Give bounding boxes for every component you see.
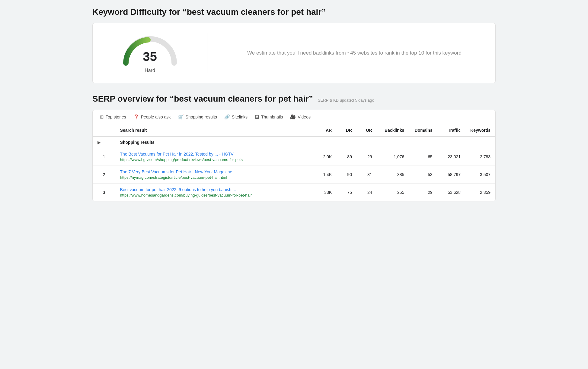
col-header-num [93,124,115,137]
col-header-ar: AR [317,124,337,137]
kd-title: Keyword Difficulty for “best vacuum clea… [92,7,496,17]
feature-label-videos: Videos [298,115,311,119]
result-link-3[interactable]: Best vacuum for pet hair 2022: 9 options… [120,187,312,192]
result-backlinks-1: 1,076 [377,148,409,166]
sitelinks-icon: 🔗 [224,114,230,120]
shopping-results-row[interactable]: ▶ Shopping results [93,137,495,148]
serp-table: Search result AR DR UR Backlinks Domains… [93,124,495,201]
result-dr-3: 75 [337,184,357,201]
kd-gauge-section: 35 Hard [105,33,207,73]
result-num-1: 1 [93,148,115,166]
feature-people-also-ask[interactable]: ❓ People also ask [133,114,171,120]
col-header-domains: Domains [409,124,437,137]
result-domains-2: 53 [409,166,437,184]
result-num-3: 3 [93,184,115,201]
result-keywords-1: 2,783 [465,148,495,166]
table-row: 2 The 7 Very Best Vacuums for Pet Hair -… [93,166,495,184]
result-ur-3: 24 [357,184,377,201]
kd-card: 35 Hard We estimate that you’ll need bac… [92,23,496,83]
result-url-3: https://www.homesandgardens.com/buying-g… [120,193,252,197]
table-row: 1 The Best Vacuums for Pet Hair in 2022,… [93,148,495,166]
feature-top-stories[interactable]: ⊞ Top stories [100,114,126,120]
kd-label: Hard [145,68,155,73]
table-row: 3 Best vacuum for pet hair 2022: 9 optio… [93,184,495,201]
feature-label-shopping-results: Shopping results [186,115,217,119]
col-header-dr: DR [337,124,357,137]
feature-label-top-stories: Top stories [106,115,126,119]
result-url-2: https://nymag.com/strategist/article/bes… [120,175,227,180]
result-traffic-1: 23,021 [437,148,465,166]
feature-shopping-results[interactable]: 🛒 Shopping results [178,114,217,120]
result-keywords-3: 2,359 [465,184,495,201]
result-backlinks-2: 385 [377,166,409,184]
result-domains-1: 65 [409,148,437,166]
result-traffic-3: 53,628 [437,184,465,201]
top-stories-icon: ⊞ [100,114,104,120]
feature-label-thumbnails: Thumbnails [261,115,283,119]
result-ar-2: 1.4K [317,166,337,184]
result-title-1: The Best Vacuums for Pet Hair in 2022, T… [115,148,317,166]
serp-updated: SERP & KD updated 5 days ago [318,98,374,102]
result-traffic-2: 58,797 [437,166,465,184]
feature-label-people-also-ask: People also ask [141,115,171,119]
result-title-3: Best vacuum for pet hair 2022: 9 options… [115,184,317,201]
result-ar-3: 33K [317,184,337,201]
serp-title: SERP overview for “best vacuum cleaners … [92,94,313,104]
feature-videos[interactable]: 🎥 Videos [290,114,311,120]
shopping-expand-icon[interactable]: ▶ [93,137,115,148]
result-ar-1: 2.0K [317,148,337,166]
serp-header: SERP overview for “best vacuum cleaners … [92,94,496,104]
result-title-2: The 7 Very Best Vacuums for Pet Hair - N… [115,166,317,184]
col-header-traffic: Traffic [437,124,465,137]
kd-score: 35 [143,50,157,63]
feature-sitelinks[interactable]: 🔗 Sitelinks [224,114,248,120]
gauge-chart: 35 [120,33,180,66]
result-ur-1: 29 [357,148,377,166]
result-domains-3: 29 [409,184,437,201]
col-header-backlinks: Backlinks [377,124,409,137]
features-bar: ⊞ Top stories ❓ People also ask 🛒 Shoppi… [93,110,495,124]
kd-description: We estimate that you’ll need backlinks f… [207,49,483,57]
result-backlinks-3: 255 [377,184,409,201]
col-header-keywords: Keywords [465,124,495,137]
serp-card: ⊞ Top stories ❓ People also ask 🛒 Shoppi… [92,110,496,201]
thumbnails-icon: 🖼 [255,115,259,120]
shopping-results-label: Shopping results [115,137,495,148]
result-dr-1: 89 [337,148,357,166]
people-also-ask-icon: ❓ [133,114,139,120]
result-num-2: 2 [93,166,115,184]
col-header-ur: UR [357,124,377,137]
feature-thumbnails[interactable]: 🖼 Thumbnails [255,115,283,120]
result-url-1: https://www.hgtv.com/shopping/product-re… [120,157,243,162]
result-ur-2: 31 [357,166,377,184]
result-link-1[interactable]: The Best Vacuums for Pet Hair in 2022, T… [120,152,312,156]
result-dr-2: 90 [337,166,357,184]
result-keywords-2: 3,507 [465,166,495,184]
feature-label-sitelinks: Sitelinks [232,115,248,119]
shopping-results-icon: 🛒 [178,114,184,120]
table-header-row: Search result AR DR UR Backlinks Domains… [93,124,495,137]
videos-icon: 🎥 [290,114,296,120]
col-header-search: Search result [115,124,317,137]
result-link-2[interactable]: The 7 Very Best Vacuums for Pet Hair - N… [120,169,312,174]
